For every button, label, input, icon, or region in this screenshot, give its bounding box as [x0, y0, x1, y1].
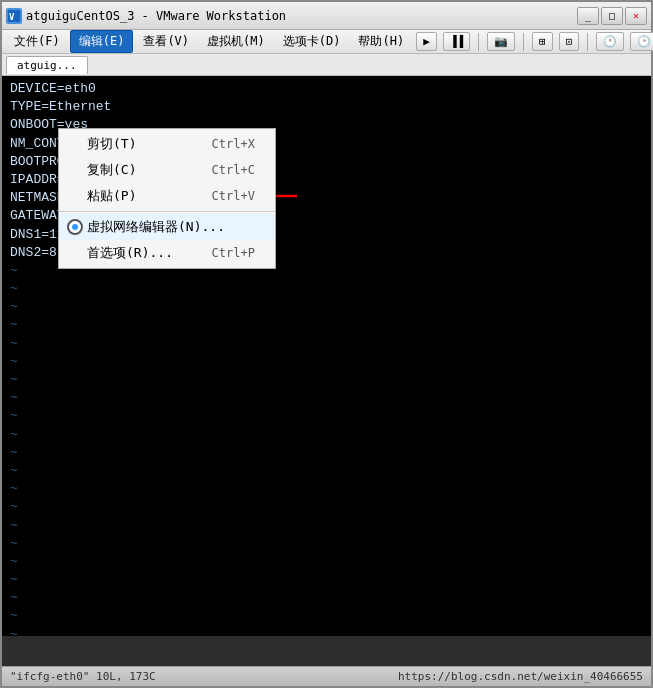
- dropdown-menu-container: 剪切(T) Ctrl+X 复制(C) Ctrl+C 粘贴(P) Ctrl+V 虚…: [58, 128, 276, 269]
- close-button[interactable]: ✕: [625, 7, 647, 25]
- menu-preferences[interactable]: 首选项(R)... Ctrl+P: [59, 240, 275, 266]
- menu-cut[interactable]: 剪切(T) Ctrl+X: [59, 131, 275, 157]
- toolbar-separator-2: [523, 33, 524, 51]
- snapshot-button[interactable]: 📷: [487, 32, 515, 51]
- title-bar: V atguiguCentOS_3 - VMware Workstation _…: [2, 2, 651, 30]
- vm-tab[interactable]: atguig...: [6, 56, 88, 74]
- terminal-line: ~: [10, 462, 643, 480]
- terminal-line: TYPE=Ethernet: [10, 98, 643, 116]
- edit-dropdown: 剪切(T) Ctrl+X 复制(C) Ctrl+C 粘贴(P) Ctrl+V 虚…: [58, 128, 276, 269]
- window-title: atguiguCentOS_3 - VMware Workstation: [26, 9, 577, 23]
- terminal-line: ~: [10, 426, 643, 444]
- terminal-line: ~: [10, 335, 643, 353]
- menu-vm[interactable]: 虚拟机(M): [199, 31, 273, 52]
- terminal-line: ~: [10, 498, 643, 516]
- unity-button[interactable]: ⊡: [559, 32, 580, 51]
- dropdown-separator: [59, 211, 275, 212]
- menu-paste[interactable]: 粘贴(P) Ctrl+V: [59, 183, 275, 209]
- radio-icon: [67, 219, 83, 235]
- status-file-info: "ifcfg-eth0" 10L, 173C: [10, 670, 156, 683]
- minimize-button[interactable]: _: [577, 7, 599, 25]
- menu-copy[interactable]: 复制(C) Ctrl+C: [59, 157, 275, 183]
- terminal-line: ~: [10, 353, 643, 371]
- status-bar: "ifcfg-eth0" 10L, 173C https://blog.csdn…: [2, 666, 651, 686]
- pause-button[interactable]: ▐▐: [443, 32, 470, 51]
- menu-help[interactable]: 帮助(H): [350, 31, 412, 52]
- clock-button2[interactable]: 🕑: [630, 32, 653, 51]
- terminal-line: ~: [10, 298, 643, 316]
- app-icon: V: [6, 8, 22, 24]
- terminal-line: ~: [10, 626, 643, 636]
- menu-bar: 文件(F) 编辑(E) 查看(V) 虚拟机(M) 选项卡(D) 帮助(H) ▶ …: [2, 30, 651, 54]
- menu-view[interactable]: 查看(V): [135, 31, 197, 52]
- toolbar-separator-3: [587, 33, 588, 51]
- suspend-button[interactable]: ▶: [416, 32, 437, 51]
- menu-edit[interactable]: 编辑(E): [70, 30, 134, 53]
- terminal-line: ~: [10, 371, 643, 389]
- tab-bar: atguig...: [2, 54, 651, 76]
- toolbar-separator-1: [478, 33, 479, 51]
- terminal-line: ~: [10, 389, 643, 407]
- restore-button[interactable]: □: [601, 7, 623, 25]
- fullscreen-button[interactable]: ⊞: [532, 32, 553, 51]
- status-url: https://blog.csdn.net/weixin_40466655: [398, 670, 643, 683]
- terminal-line: ~: [10, 280, 643, 298]
- clock-button1[interactable]: 🕐: [596, 32, 624, 51]
- terminal-line: ~: [10, 444, 643, 462]
- terminal-line: DEVICE=eth0: [10, 80, 643, 98]
- content-area: DEVICE=eth0TYPE=EthernetONBOOT=yesNM_CON…: [2, 76, 651, 686]
- terminal-line: ~: [10, 535, 643, 553]
- terminal-line: ~: [10, 553, 643, 571]
- menu-virtual-network-editor[interactable]: 虚拟网络编辑器(N)...: [59, 214, 275, 240]
- svg-text:V: V: [9, 12, 15, 22]
- terminal-line: ~: [10, 607, 643, 625]
- terminal-line: ~: [10, 571, 643, 589]
- terminal-line: ~: [10, 407, 643, 425]
- terminal-line: ~: [10, 517, 643, 535]
- menu-file[interactable]: 文件(F): [6, 31, 68, 52]
- terminal-line: ~: [10, 480, 643, 498]
- terminal-line: ~: [10, 589, 643, 607]
- terminal-line: ~: [10, 316, 643, 334]
- vmware-window: V atguiguCentOS_3 - VMware Workstation _…: [0, 0, 653, 688]
- window-controls: _ □ ✕: [577, 7, 647, 25]
- menu-tabs[interactable]: 选项卡(D): [275, 31, 349, 52]
